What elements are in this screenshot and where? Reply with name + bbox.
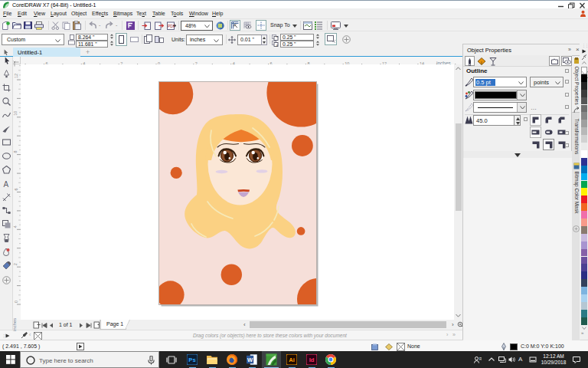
svg-text:y: y: [276, 43, 278, 47]
svg-text:10: 10: [14, 111, 18, 116]
svg-text:A: A: [4, 179, 9, 188]
svg-text:Ai: Ai: [289, 356, 295, 363]
svg-text:Ps: Ps: [188, 356, 195, 363]
svg-text:R: R: [479, 357, 482, 361]
svg-text:6: 6: [14, 188, 18, 190]
svg-text:0: 0: [14, 301, 18, 303]
svg-text:Id: Id: [309, 356, 315, 363]
svg-text:8: 8: [14, 151, 18, 153]
svg-text:2: 2: [14, 263, 18, 265]
svg-text:4: 4: [14, 225, 18, 228]
svg-text:W: W: [247, 356, 253, 363]
svg-text:x: x: [276, 34, 278, 38]
svg-text:12: 12: [14, 74, 18, 78]
